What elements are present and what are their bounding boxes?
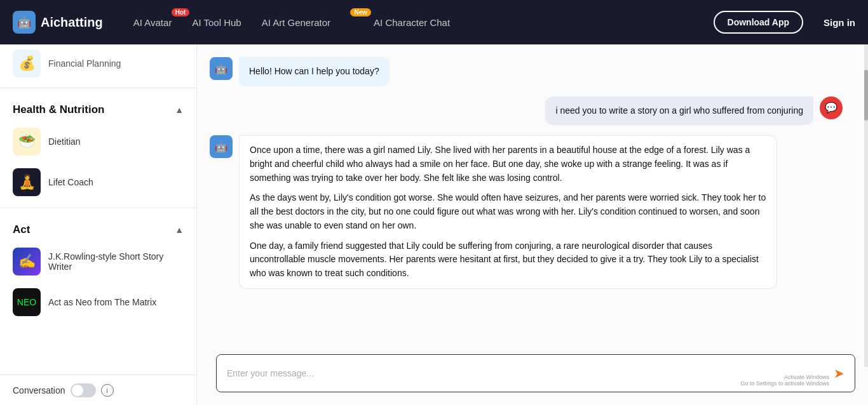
nav-item-character-chat[interactable]: AI Character Chat [374, 15, 450, 30]
financial-planning-label: Financial Planning [48, 58, 121, 69]
act-title: Act [13, 223, 30, 236]
hot-badge: Hot [172, 8, 190, 17]
health-collapse-icon[interactable]: ▲ [175, 105, 184, 115]
health-nutrition-title: Health & Nutrition [13, 103, 105, 116]
message-input[interactable] [227, 368, 827, 378]
chat-messages: 🤖 Hello! How can I help you today? 💬 i n… [197, 44, 868, 354]
main-layout: 💰 Financial Planning Health & Nutrition … [0, 44, 868, 405]
bubble-story: Once upon a time, there was a girl named… [239, 135, 777, 288]
toggle-knob [72, 385, 83, 396]
info-icon[interactable]: i [101, 384, 114, 397]
conversation-bar: Conversation i [0, 375, 196, 405]
chat-scrollbar[interactable] [864, 44, 868, 367]
rowling-label: J.K.Rowling-style Short Story Writer [48, 251, 184, 272]
brand-icon: 🤖 [13, 11, 36, 34]
dietitian-label: Dietitian [48, 136, 81, 147]
input-bar: Activate Windows Go to Settings to activ… [216, 354, 855, 392]
divider-1 [0, 88, 196, 88]
brand-name: Aichatting [41, 15, 103, 30]
chat-scrollbar-thumb [864, 70, 868, 121]
nav-item-avatar[interactable]: AI Avatar Hot [133, 15, 172, 30]
nav-item-art-generator[interactable]: AI Art Generator New [262, 15, 353, 30]
sidebar-item-financial-planning[interactable]: 💰 Financial Planning [0, 44, 196, 83]
sidebar-item-neo[interactable]: NEO Act as Neo from The Matrix [0, 282, 196, 322]
signin-button[interactable]: Sign in [824, 17, 855, 28]
neo-label: Act as Neo from The Matrix [48, 297, 156, 307]
bot-avatar-story: 🤖 [210, 135, 233, 158]
chat-area: 🤖 Hello! How can I help you today? 💬 i n… [197, 44, 868, 405]
nav-item-tool-hub[interactable]: AI Tool Hub [192, 15, 241, 30]
financial-planning-thumb: 💰 [13, 50, 41, 77]
send-button[interactable]: ➤ [834, 367, 844, 380]
health-nutrition-section-header: Health & Nutrition ▲ [0, 93, 196, 121]
conversation-toggle[interactable] [71, 383, 96, 397]
input-area: Activate Windows Go to Settings to activ… [197, 354, 868, 405]
new-badge: New [350, 8, 371, 17]
navbar: 🤖 Aichatting AI Avatar Hot AI Tool Hub A… [0, 0, 868, 44]
sidebar-item-lifet-coach[interactable]: 🧘 Lifet Coach [0, 162, 196, 202]
download-button[interactable]: Download App [714, 11, 803, 34]
message-row-user: 💬 i need you to write a story on a girl … [210, 96, 843, 126]
neo-thumb: NEO [13, 288, 41, 316]
lifet-coach-thumb: 🧘 [13, 168, 41, 196]
rowling-thumb: ✍️ [13, 248, 41, 276]
sidebar-item-dietitian[interactable]: 🥗 Dietitian [0, 121, 196, 162]
act-section-header: Act ▲ [0, 213, 196, 241]
conversation-label: Conversation [13, 385, 65, 395]
sidebar-item-rowling[interactable]: ✍️ J.K.Rowling-style Short Story Writer [0, 241, 196, 282]
brand-logo[interactable]: 🤖 Aichatting [13, 11, 103, 34]
sidebar: 💰 Financial Planning Health & Nutrition … [0, 44, 197, 405]
divider-2 [0, 208, 196, 208]
user-avatar: 💬 [820, 96, 843, 119]
send-icon: ➤ [834, 367, 844, 380]
bubble-greeting: Hello! How can I help you today? [239, 57, 390, 86]
message-row-greeting: 🤖 Hello! How can I help you today? [210, 57, 843, 86]
dietitian-thumb: 🥗 [13, 128, 41, 156]
act-collapse-icon[interactable]: ▲ [175, 225, 184, 235]
message-row-story: 🤖 Once upon a time, there was a girl nam… [210, 135, 843, 288]
lifet-coach-label: Lifet Coach [48, 177, 93, 187]
bubble-user: i need you to write a story on a girl wh… [545, 96, 813, 126]
bot-avatar-greeting: 🤖 [210, 57, 233, 80]
